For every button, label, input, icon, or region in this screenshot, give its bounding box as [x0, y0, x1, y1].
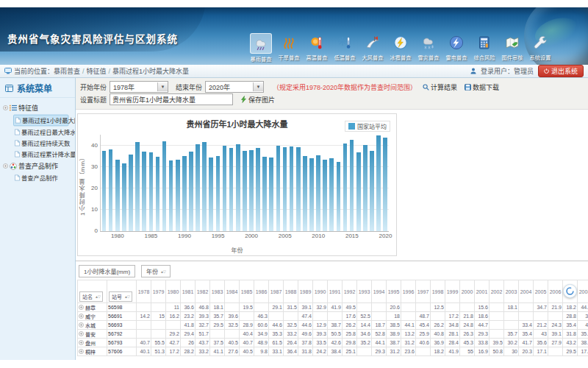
year-column-2008[interactable]: 2008	[578, 280, 588, 303]
nav-item-risk[interactable]: 综合风险	[470, 33, 498, 63]
year-column-1994[interactable]: 1994	[372, 280, 387, 303]
calc-result-button[interactable]: 计算结果	[423, 82, 457, 92]
nav-item-heat[interactable]: 高温普查	[303, 33, 331, 63]
expand-row-icon[interactable]	[79, 349, 84, 354]
sidebar-item-label: 暴雨过程累计降水量	[21, 150, 76, 159]
nav-item-snow[interactable]: 雪灾普查	[415, 33, 442, 63]
year-column-1988[interactable]: 1988	[284, 280, 298, 303]
station-name: 威宁	[85, 314, 96, 319]
page-icon	[15, 129, 20, 135]
year-column-1983[interactable]: 1983	[210, 280, 225, 303]
year-column-1981[interactable]: 1981	[181, 280, 196, 303]
start-year-label: 开始年份	[80, 82, 107, 92]
value-cell-1978	[137, 321, 151, 330]
year-column-2003[interactable]: 2003	[504, 280, 519, 303]
station-id-cell: 56598	[107, 303, 137, 312]
data-download-button[interactable]: 数据下载	[465, 82, 499, 92]
breadcrumb-item-3[interactable]: 暴雨过程1小时最大降水量	[112, 66, 189, 76]
value-cell-1995: 38.5	[387, 321, 401, 330]
year-column-1991[interactable]: 1991	[328, 280, 343, 303]
value-cell-1998: 26.2	[431, 321, 445, 330]
year-column-2004[interactable]: 2004	[519, 280, 534, 303]
year-column-1990[interactable]: 1990	[313, 280, 328, 303]
breadcrumb-item-1[interactable]: 暴雨普查	[54, 66, 80, 76]
year-column-1992[interactable]: 1992	[343, 280, 357, 303]
bar-1995	[216, 156, 220, 231]
year-column-1978[interactable]: 1978	[137, 280, 151, 303]
nav-item-rainstorm[interactable]: 暴雨普查	[247, 33, 275, 63]
expand-row-icon[interactable]	[79, 305, 84, 310]
nav-item-settings[interactable]: 系统设置	[526, 33, 554, 63]
year-column-1982[interactable]: 1982	[196, 280, 210, 303]
tree-group-1[interactable]: 特征值	[3, 102, 74, 114]
year-column-1996[interactable]: 1996	[401, 280, 416, 303]
save-image-button[interactable]: 保存图片	[240, 95, 275, 105]
value-cell-2005: 35.6	[534, 339, 548, 347]
year-column-1979[interactable]: 1979	[151, 280, 166, 303]
year-column-1985[interactable]: 1985	[240, 280, 254, 303]
sidebar-item[interactable]: 暴雨过程日最大降水量	[13, 127, 68, 138]
end-year-select[interactable]: 2020年▼	[205, 81, 264, 93]
year-column-1998[interactable]: 1998	[431, 280, 445, 303]
nav-item-lightning[interactable]: 雷电普查	[442, 33, 470, 63]
year-column-1999[interactable]: 1999	[445, 280, 460, 303]
year-field-chip[interactable]: 年份▲▽	[141, 265, 171, 277]
x-tick-label: 2005	[279, 233, 292, 239]
expand-row-icon[interactable]	[79, 331, 84, 336]
nav-item-wind[interactable]: 大风普查	[359, 33, 387, 63]
x-tick-label: 2000	[245, 233, 258, 239]
year-column-1993[interactable]: 1993	[357, 280, 372, 303]
nav-item-hail[interactable]: 冰雹普查	[387, 33, 415, 63]
year-column-1980[interactable]: 1980	[166, 280, 181, 303]
sort-arrows-icon: ▲▽	[160, 269, 165, 274]
chart-title-input[interactable]	[110, 93, 233, 105]
sidebar-item[interactable]: 暴雨过程累计降水量	[13, 149, 68, 160]
value-cell-1982: 39.3	[196, 312, 210, 321]
year-column-2001[interactable]: 2001	[475, 280, 490, 303]
logout-button[interactable]: 退出系统	[538, 65, 584, 77]
sidebar-item[interactable]: 暴雨过程持续天数	[13, 138, 68, 149]
year-column-1984[interactable]: 1984	[225, 280, 240, 303]
value-cell-2002	[490, 303, 504, 312]
year-column-1987[interactable]: 1987	[269, 280, 284, 303]
expand-row-icon[interactable]	[79, 340, 84, 345]
value-cell-1994	[372, 303, 387, 312]
value-cell-1980	[166, 321, 181, 330]
value-cell-2008: 34	[578, 312, 588, 321]
app-title: 贵州省气象灾害风险评估与区划系统	[7, 31, 178, 46]
chart-legend[interactable]: 国家站平均	[345, 121, 390, 132]
value-cell-1993: 14.4	[357, 321, 372, 330]
year-column-1995[interactable]: 1995	[387, 280, 401, 303]
tree-group-2[interactable]: 普查产品制作	[3, 160, 74, 172]
year-column-1997[interactable]: 1997	[416, 280, 431, 303]
year-column-2006[interactable]: 2006	[548, 280, 563, 303]
expand-row-icon[interactable]	[79, 314, 84, 319]
bar-1992	[196, 144, 200, 231]
sidebar-item[interactable]: 暴雨过程1小时最大降水量	[13, 115, 68, 127]
value-cell-1986: 9.8	[254, 347, 269, 356]
start-year-select[interactable]: 1978年▼	[110, 81, 168, 93]
nav-item-label: 系统设置	[528, 54, 553, 61]
value-cell-1990: 33.5	[313, 339, 328, 347]
year-column-1989[interactable]: 1989	[298, 280, 313, 303]
refresh-icon	[566, 287, 574, 295]
value-cell-2002: 39.5	[490, 339, 504, 347]
floating-refresh-button[interactable]	[563, 284, 577, 298]
sidebar-item-label: 暴雨过程1小时最大降水量	[22, 116, 76, 125]
nav-item-lowtemp[interactable]: 低温普查	[331, 33, 359, 63]
year-column-2000[interactable]: 2000	[460, 280, 475, 303]
year-column-1986[interactable]: 1986	[254, 280, 269, 303]
station-row-56793: 盘州5679340.755.542.72643.737.540.540.748.…	[78, 339, 588, 347]
year-column-2002[interactable]: 2002	[490, 280, 504, 303]
year-column-2005[interactable]: 2005	[534, 280, 548, 303]
sidebar-item[interactable]: 普查产品制作	[13, 173, 68, 183]
nav-item-drought[interactable]: 干旱普查	[275, 33, 303, 63]
expand-row-icon[interactable]	[79, 322, 84, 328]
station-id-sort-chip[interactable]: 站号▲▽	[109, 291, 132, 302]
bar-1980	[115, 160, 120, 231]
station-name-sort-chip[interactable]: 站名▲▽	[79, 291, 103, 302]
nav-item-map-audit[interactable]: 图件审核	[498, 33, 526, 63]
breadcrumb-item-2[interactable]: 特征值	[87, 66, 107, 76]
measure-field-chip[interactable]: 1小时降水量(mm)	[79, 265, 135, 277]
value-cell-2007: 29.5	[563, 347, 578, 356]
